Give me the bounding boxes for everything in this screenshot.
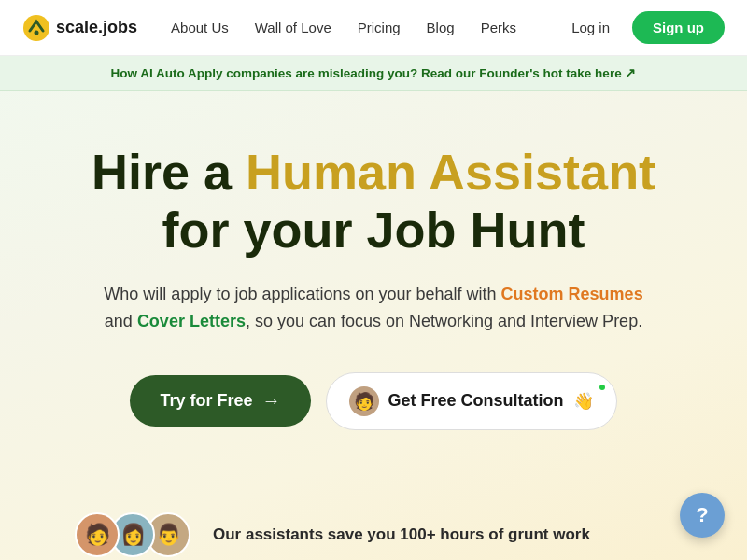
subtitle-cover-letters: Cover Letters [137, 312, 246, 330]
subtitle-part1: Who will apply to job applications on yo… [104, 285, 500, 303]
hero-section: Hire a Human Assistant for your Job Hunt… [0, 91, 747, 512]
subtitle-part2: and [105, 312, 137, 330]
nav-about-us[interactable]: About Us [171, 20, 229, 35]
announcement-bar: How AI Auto Apply companies are misleadi… [0, 56, 747, 91]
announcement-link[interactable]: How AI Auto Apply companies are misleadi… [111, 66, 637, 80]
try-for-free-button[interactable]: Try for Free → [130, 375, 310, 427]
assistant-avatars: 🧑 👩 👨 [75, 512, 181, 557]
hero-title-part1: Hire a [92, 144, 246, 200]
navbar: scale.jobs About Us Wall of Love Pricing… [0, 0, 747, 56]
hero-title-part2: for your Job Hunt [162, 202, 585, 258]
signup-button[interactable]: Sign up [632, 11, 725, 44]
get-consultation-button[interactable]: 🧑 Get Free Consultation 👋 [326, 372, 617, 430]
assistant-section: 🧑 👩 👨 Our assistants save you 100+ hours… [0, 512, 747, 557]
assistant-avatar-1: 🧑 [75, 512, 120, 557]
consultation-emoji: 👋 [573, 391, 594, 412]
nav-actions: Log in Sign up [560, 11, 725, 44]
svg-point-1 [35, 30, 39, 35]
logo-text: scale.jobs [56, 18, 137, 37]
help-button[interactable]: ? [680, 493, 725, 538]
hero-buttons: Try for Free → 🧑 Get Free Consultation 👋 [130, 372, 616, 430]
nav-perks[interactable]: Perks [481, 20, 516, 35]
nav-pricing[interactable]: Pricing [358, 20, 401, 35]
logo[interactable]: scale.jobs [22, 14, 137, 42]
hero-title-highlight: Human Assistant [246, 144, 655, 200]
online-status-dot [598, 383, 607, 392]
hero-title: Hire a Human Assistant for your Job Hunt [75, 143, 672, 259]
nav-links: About Us Wall of Love Pricing Blog Perks [171, 20, 560, 35]
hero-subtitle: Who will apply to job applications on yo… [93, 281, 654, 335]
try-arrow-icon: → [262, 390, 281, 412]
consultant-avatar: 🧑 [349, 386, 379, 416]
svg-point-0 [23, 15, 49, 41]
subtitle-custom-resumes: Custom Resumes [501, 285, 643, 303]
consultation-label: Get Free Consultation [388, 391, 564, 411]
subtitle-part3: , so you can focus on Networking and Int… [246, 312, 642, 330]
try-label: Try for Free [160, 391, 252, 411]
nav-blog[interactable]: Blog [427, 20, 455, 35]
login-button[interactable]: Log in [560, 12, 621, 43]
nav-wall-of-love[interactable]: Wall of Love [255, 20, 331, 35]
assistant-description: Our assistants save you 100+ hours of gr… [213, 525, 590, 544]
